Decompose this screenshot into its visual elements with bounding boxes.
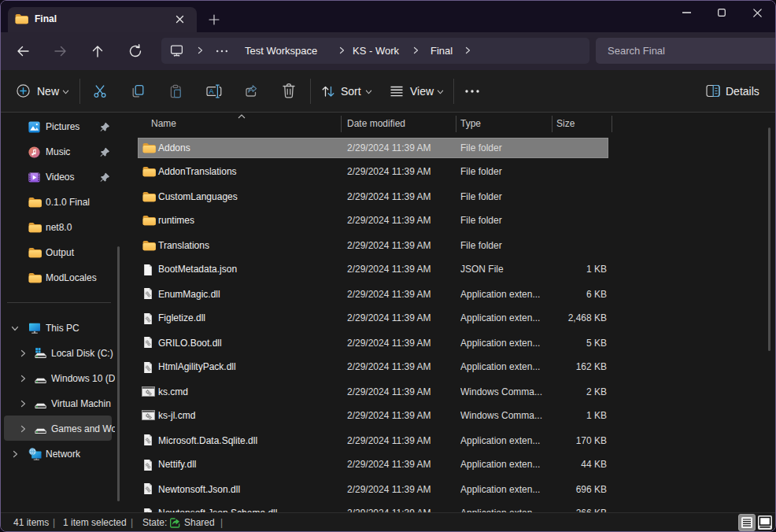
- svg-text:A: A: [209, 87, 214, 95]
